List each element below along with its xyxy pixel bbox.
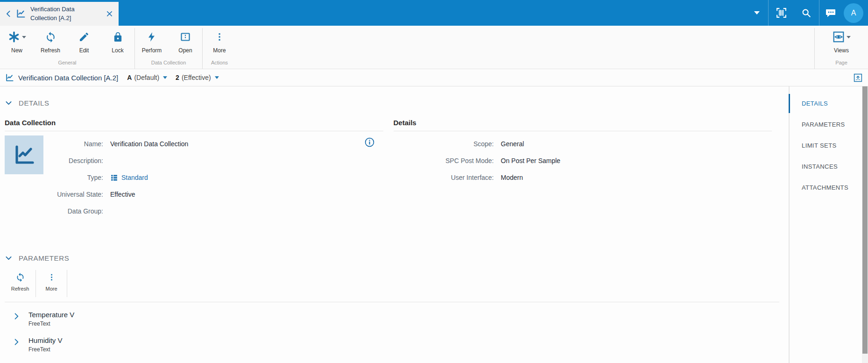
chevron-down-icon [5, 99, 13, 107]
user-avatar[interactable]: A [844, 3, 863, 23]
revision-dropdown[interactable] [214, 76, 219, 79]
parameter-row[interactable]: Temperature V FreeText [5, 306, 789, 332]
open-button[interactable]: Open [169, 30, 202, 54]
field-label: Type: [43, 174, 103, 181]
field-value: General [501, 140, 524, 148]
field-label: Description: [43, 157, 103, 164]
section-nav: DETAILS PARAMETERS LIMIT SETS INSTANCES … [789, 86, 862, 363]
more-button[interactable]: More [203, 30, 236, 54]
parameter-row[interactable]: Humidity V FreeText [5, 332, 789, 357]
refresh-label: Refresh [41, 47, 60, 54]
search-icon [801, 8, 812, 18]
divider [5, 302, 779, 302]
perform-label: Perform [142, 47, 162, 54]
line-chart-icon [16, 9, 26, 19]
version-dropdown[interactable] [162, 76, 168, 79]
parameter-type: FreeText [28, 346, 63, 353]
ribbon-group-page: Views Page [815, 26, 868, 69]
version-label: (Default) [134, 74, 159, 81]
details-panel: Details Scope: General SPC Post Mode: On… [394, 119, 772, 220]
expand-row-button[interactable] [12, 312, 21, 327]
ribbon-group-label: Data Collection [135, 59, 202, 69]
new-icon [8, 31, 20, 43]
topbar-dropdown-button[interactable] [746, 0, 768, 26]
tab-close-button[interactable] [106, 10, 113, 17]
parameters-section-header[interactable]: PARAMETERS [5, 252, 789, 263]
field-label: Name: [43, 140, 103, 148]
more-label: More [45, 286, 57, 292]
vertical-scrollbar[interactable] [862, 86, 868, 363]
search-button[interactable] [794, 0, 819, 26]
panel-title: Data Collection [5, 119, 383, 131]
field-label: User Interface: [394, 174, 494, 181]
perform-icon [146, 31, 157, 43]
field-label: Scope: [394, 140, 494, 148]
views-icon [833, 31, 845, 43]
nav-item-parameters[interactable]: PARAMETERS [790, 114, 862, 135]
refresh-icon [15, 272, 25, 282]
nav-item-limit-sets[interactable]: LIMIT SETS [790, 135, 862, 156]
info-button[interactable] [364, 137, 375, 148]
parameters-toolbar: Refresh More [5, 269, 789, 298]
entity-image-tile [5, 135, 43, 174]
info-icon [364, 137, 375, 148]
parameter-type: FreeText [28, 320, 74, 327]
detail-list-icon [110, 174, 118, 182]
close-icon [106, 10, 113, 17]
parameters-refresh-button[interactable]: Refresh [5, 269, 35, 298]
tab-title: Verification Data Collection [A.2] [30, 5, 90, 23]
scrollbar-thumb[interactable] [862, 86, 868, 354]
entity-tab[interactable]: Verification Data Collection [A.2] [0, 2, 119, 26]
field-value: Effective [110, 191, 135, 198]
new-button[interactable]: New [0, 30, 34, 54]
perform-button[interactable]: Perform [135, 30, 169, 54]
panel-title: Details [394, 119, 772, 131]
nav-item-attachments[interactable]: ATTACHMENTS [790, 177, 862, 198]
edit-button[interactable]: Edit [67, 30, 101, 54]
views-button[interactable]: Views [825, 30, 858, 54]
back-icon [5, 10, 13, 18]
field-label: Universal State: [43, 191, 103, 198]
lock-icon [113, 32, 123, 43]
open-icon [180, 31, 191, 43]
back-button[interactable] [5, 10, 13, 18]
details-section-header[interactable]: DETAILS [5, 97, 789, 108]
ribbon-group-data-collection: Perform Open Data Collection [135, 26, 202, 69]
field-row: Type: Standard [43, 169, 383, 186]
collapse-panel-button[interactable] [853, 73, 863, 83]
lock-button[interactable]: Lock [101, 30, 134, 54]
refresh-icon [45, 31, 56, 43]
toolbar-separator [67, 270, 67, 297]
nav-item-instances[interactable]: INSTANCES [790, 156, 862, 177]
messages-button[interactable] [819, 0, 842, 26]
parameters-section-label: PARAMETERS [19, 254, 69, 262]
expand-row-button[interactable] [12, 338, 21, 353]
edit-icon [78, 31, 90, 43]
breadcrumb-title: Verification Data Collection [A.2] [18, 74, 118, 82]
ribbon-group-label: Actions [203, 59, 236, 69]
field-row: SPC Post Mode: On Post Per Sample [394, 152, 772, 169]
field-row: Name: Verification Data Collection [43, 135, 383, 152]
ribbon-group-general: New Refresh Edit Lock General [0, 26, 134, 69]
lock-label: Lock [112, 47, 123, 54]
field-value: Modern [501, 174, 523, 181]
version-value: A [127, 74, 132, 81]
arrow-up-box-icon [853, 73, 863, 83]
parameters-list: Temperature V FreeText Humidity V FreeTe… [5, 306, 789, 357]
more-label: More [213, 47, 226, 54]
refresh-button[interactable]: Refresh [34, 30, 67, 54]
type-link[interactable]: Standard [110, 174, 148, 182]
field-row: User Interface: Modern [394, 169, 772, 186]
parameters-more-button[interactable]: More [36, 269, 67, 298]
type-value: Standard [121, 174, 148, 181]
field-row: Scope: General [394, 135, 772, 152]
field-value: Verification Data Collection [110, 140, 188, 148]
scan-button[interactable] [769, 0, 794, 26]
new-label: New [11, 47, 22, 54]
more-icon [47, 272, 56, 282]
top-bar: Verification Data Collection [A.2] A [0, 0, 868, 26]
parameter-name: Humidity V [28, 336, 63, 344]
nav-item-details[interactable]: DETAILS [790, 93, 862, 114]
caret-down-icon [162, 76, 168, 79]
field-row: Universal State: Effective [43, 186, 383, 203]
